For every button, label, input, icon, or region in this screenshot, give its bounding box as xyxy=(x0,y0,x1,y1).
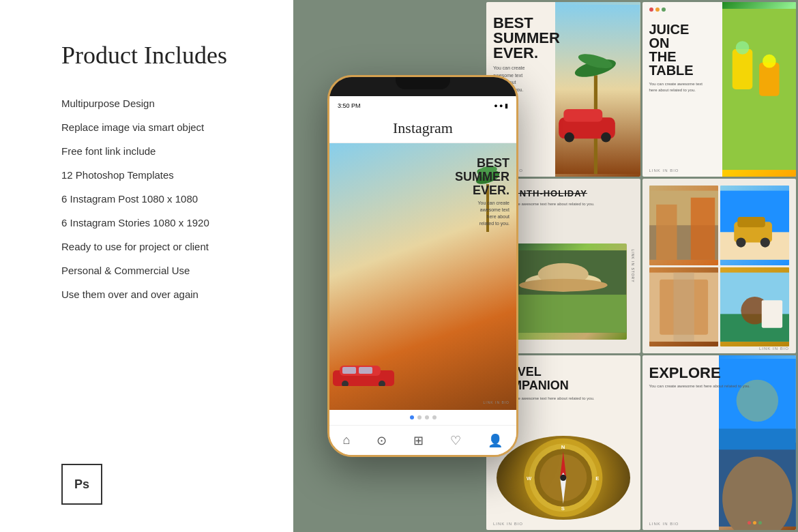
feature-item-9: Use them over and over again xyxy=(61,289,259,300)
card-6-subtitle: You can create awesome text here about r… xyxy=(649,383,751,389)
feature-item-6: 6 Instagram Stories 1080 x 1920 xyxy=(61,217,259,228)
svg-rect-44 xyxy=(762,300,782,328)
card-2-dots xyxy=(649,8,666,12)
svg-rect-31 xyxy=(690,198,714,260)
svg-point-37 xyxy=(760,237,769,247)
right-panel: 3:50 PM ● ● ▮ Instagram xyxy=(293,0,798,532)
svg-point-27 xyxy=(519,279,608,292)
card-5-compass: N S E W xyxy=(497,436,630,520)
carousel-dot-2 xyxy=(417,415,422,419)
feature-item-5: 6 Instagram Post 1080 x 1080 xyxy=(61,193,259,205)
svg-rect-19 xyxy=(733,49,753,89)
phone-signal: ● ● ▮ xyxy=(494,102,508,109)
dot-red xyxy=(649,8,653,12)
svg-point-17 xyxy=(602,132,611,142)
phone-notch-area xyxy=(329,77,516,96)
svg-text:E: E xyxy=(595,475,599,482)
card-5-link: LINK IN BIO xyxy=(493,522,523,526)
dot-orange xyxy=(655,8,660,12)
phone-time: 3:50 PM xyxy=(338,102,361,109)
svg-point-36 xyxy=(736,237,745,247)
card-explore: EXPLORE You can create awesome text here… xyxy=(642,355,797,530)
phone-post-subtitle: You can createawesome texthere aboutrela… xyxy=(455,200,509,226)
car-icon xyxy=(333,360,394,386)
card-4-link: LINK IN BIO xyxy=(759,346,789,351)
phone-navigation: ⌂ ⊙ ⊞ ♡ 👤 xyxy=(329,425,516,455)
carousel-dot-4 xyxy=(432,415,437,419)
card-2-bottom-link: LINK IN BIO xyxy=(649,168,679,173)
phone-body: Instagram xyxy=(329,115,516,455)
phone-app-header: Instagram xyxy=(329,115,516,143)
svg-text:W: W xyxy=(527,475,532,482)
page-title: Product Includes xyxy=(61,41,259,70)
features-list: Multipurpose Design Replace image via sm… xyxy=(61,98,259,300)
home-icon[interactable]: ⌂ xyxy=(343,433,351,447)
svg-point-22 xyxy=(763,55,776,68)
feature-item-8: Personal & Commercial Use xyxy=(61,265,259,276)
add-icon[interactable]: ⊞ xyxy=(413,433,424,448)
card-2-image xyxy=(722,2,796,177)
phone-carousel-dots xyxy=(329,410,516,425)
profile-icon[interactable]: 👤 xyxy=(488,433,503,448)
svg-text:S: S xyxy=(561,505,565,512)
dot-green xyxy=(662,8,666,12)
svg-rect-40 xyxy=(673,272,694,341)
feature-item-7: Ready to use for project or client xyxy=(61,241,259,252)
svg-rect-58 xyxy=(719,429,796,450)
collage-img-1 xyxy=(649,186,718,265)
feature-item-2: Replace image via smart object xyxy=(61,121,259,133)
feature-item-1: Multipurpose Design xyxy=(61,98,259,109)
left-panel: Product Includes Multipurpose Design Rep… xyxy=(0,0,293,532)
collage-img-4 xyxy=(720,267,789,347)
phone-post-title: BESTSUMMEREVER. xyxy=(455,157,509,197)
card-6-text: EXPLORE You can create awesome text here… xyxy=(649,366,751,389)
svg-point-21 xyxy=(735,41,749,55)
card-collage: LINK IN BIO xyxy=(642,179,797,353)
phone-notch xyxy=(396,77,450,89)
card-6-dots xyxy=(748,521,762,524)
svg-rect-30 xyxy=(656,205,677,260)
photoshop-badge: Ps xyxy=(61,464,102,505)
svg-point-16 xyxy=(565,132,574,142)
phone-post: BESTSUMMEREVER. You can createawesome te… xyxy=(329,143,516,410)
search-icon[interactable]: ⊙ xyxy=(376,433,387,448)
svg-text:N: N xyxy=(561,444,565,450)
phone-link-text: LINK IN BIO xyxy=(483,400,509,404)
phone-status-bar: 3:50 PM ● ● ▮ xyxy=(329,96,516,115)
carousel-dot-3 xyxy=(425,415,429,419)
card-6-link: LINK IN BIO xyxy=(649,522,679,526)
card-4-grid xyxy=(649,186,790,346)
card6-dot-red xyxy=(748,521,751,524)
card6-dot-green xyxy=(758,521,762,524)
carousel-dot-1 xyxy=(410,415,414,419)
phone-mockup: 3:50 PM ● ● ▮ Instagram xyxy=(327,75,518,457)
collage-img-3 xyxy=(649,267,718,347)
card-3-image xyxy=(500,243,627,340)
svg-point-51 xyxy=(560,475,566,481)
collage-img-2 xyxy=(720,186,789,265)
heart-icon[interactable]: ♡ xyxy=(450,433,461,448)
svg-rect-24 xyxy=(500,295,627,333)
svg-rect-8 xyxy=(342,367,356,374)
feature-item-3: Free font link include xyxy=(61,145,259,157)
cards-grid: BESTSUMMEREVER. You can createawesome te… xyxy=(484,0,798,532)
phone-post-text-overlay: BESTSUMMEREVER. You can createawesome te… xyxy=(455,157,509,227)
phone-post-image: BESTSUMMEREVER. You can createawesome te… xyxy=(329,143,516,410)
card6-dot-orange xyxy=(753,521,756,524)
feature-item-4: 12 Photoshop Templates xyxy=(61,169,259,181)
card-juice: LINK IN BIO JUICEONTHETABLE You can crea… xyxy=(642,2,797,177)
card-2-text: JUICEONTHETABLE You can create awesome t… xyxy=(649,23,703,93)
card-1-image xyxy=(555,2,640,177)
svg-rect-9 xyxy=(359,367,372,374)
svg-rect-15 xyxy=(564,109,603,122)
card-3-badge: LINK IN STORY xyxy=(631,250,635,283)
svg-rect-35 xyxy=(737,217,765,227)
